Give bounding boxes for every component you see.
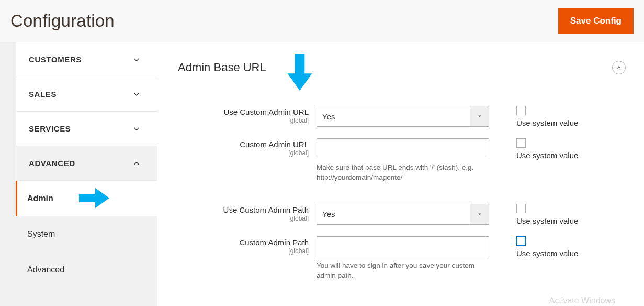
select-value: Yes bbox=[322, 210, 335, 218]
sidebar-group-sales[interactable]: SALES bbox=[16, 77, 157, 112]
use-system-value-label: Use system value bbox=[516, 216, 578, 225]
label-text: Custom Admin Path bbox=[239, 238, 309, 247]
field-control: Yes bbox=[317, 204, 489, 225]
dropdown-arrow-icon bbox=[470, 204, 489, 224]
field-control: Make sure that base URL ends with '/' (s… bbox=[317, 138, 489, 183]
sidebar-group-customers[interactable]: CUSTOMERS bbox=[16, 42, 157, 77]
chevron-down-icon bbox=[132, 90, 141, 99]
field-control: Yes bbox=[317, 106, 489, 127]
use-system-value-checkbox[interactable] bbox=[516, 138, 526, 148]
field-label: Custom Admin URL [global] bbox=[178, 138, 317, 157]
field-label: Use Custom Admin URL [global] bbox=[178, 106, 317, 124]
sidebar-group-services[interactable]: SERVICES bbox=[16, 112, 157, 146]
select-value: Yes bbox=[322, 112, 335, 121]
sidebar-item-advanced[interactable]: Advanced bbox=[16, 252, 157, 288]
sidebar-item-label: Advanced bbox=[27, 265, 64, 275]
field-row-custom-admin-path: Custom Admin Path [global] You will have… bbox=[178, 236, 626, 281]
use-system-value-group: Use system value bbox=[489, 106, 578, 128]
sidebar-group-label: SALES bbox=[29, 90, 57, 99]
sidebar: CUSTOMERS SALES SERVICES ADVANCED Admin bbox=[0, 42, 157, 306]
custom-admin-url-input[interactable] bbox=[317, 138, 489, 159]
field-row-use-custom-admin-url: Use Custom Admin URL [global] Yes Use sy… bbox=[178, 106, 626, 128]
use-system-value-checkbox[interactable] bbox=[516, 236, 526, 246]
save-config-button[interactable]: Save Config bbox=[558, 8, 634, 34]
annotation-arrow-down-icon bbox=[285, 54, 314, 91]
sidebar-group-label: CUSTOMERS bbox=[29, 55, 82, 64]
field-label: Custom Admin Path [global] bbox=[178, 236, 317, 255]
use-system-value-group: Use system value bbox=[489, 204, 578, 226]
sidebar-item-admin[interactable]: Admin bbox=[16, 181, 157, 216]
sidebar-group-label: SERVICES bbox=[29, 124, 71, 133]
scope-text: [global] bbox=[178, 117, 309, 124]
use-custom-admin-url-select[interactable]: Yes bbox=[317, 106, 489, 127]
custom-admin-path-input[interactable] bbox=[317, 236, 489, 257]
scope-text: [global] bbox=[178, 215, 309, 222]
field-control: You will have to sign in after you save … bbox=[317, 236, 489, 281]
dropdown-arrow-icon bbox=[470, 106, 489, 126]
chevron-down-icon bbox=[132, 55, 141, 64]
use-system-value-label: Use system value bbox=[516, 151, 578, 160]
label-text: Custom Admin URL bbox=[240, 140, 309, 149]
sidebar-group-advanced[interactable]: ADVANCED bbox=[16, 146, 157, 181]
main-panel: Admin Base URL Use Custom Admin URL [glo… bbox=[157, 42, 644, 306]
use-system-value-label: Use system value bbox=[516, 118, 578, 127]
use-system-value-group: Use system value bbox=[489, 236, 578, 258]
collapse-toggle-button[interactable] bbox=[612, 61, 626, 74]
use-system-value-label: Use system value bbox=[516, 249, 578, 258]
sidebar-item-label: System bbox=[27, 230, 55, 239]
section-title: Admin Base URL bbox=[178, 61, 266, 74]
use-system-value-checkbox[interactable] bbox=[516, 204, 526, 213]
label-text: Use Custom Admin Path bbox=[223, 205, 309, 214]
label-text: Use Custom Admin URL bbox=[223, 107, 309, 116]
use-custom-admin-path-select[interactable]: Yes bbox=[317, 204, 489, 225]
page-header: Configuration Save Config bbox=[0, 0, 644, 42]
field-row-use-custom-admin-path: Use Custom Admin Path [global] Yes Use s… bbox=[178, 204, 626, 226]
sidebar-item-label: Admin bbox=[27, 194, 53, 203]
chevron-up-icon bbox=[132, 159, 141, 168]
field-hint: You will have to sign in after you save … bbox=[317, 261, 484, 281]
sidebar-item-system[interactable]: System bbox=[16, 216, 157, 252]
sidebar-group-label: ADVANCED bbox=[29, 159, 75, 168]
section-header[interactable]: Admin Base URL bbox=[178, 61, 626, 74]
annotation-arrow-right-icon bbox=[79, 187, 109, 209]
field-row-custom-admin-url: Custom Admin URL [global] Make sure that… bbox=[178, 138, 626, 183]
page-title: Configuration bbox=[10, 11, 115, 31]
scope-text: [global] bbox=[178, 149, 309, 157]
layout: CUSTOMERS SALES SERVICES ADVANCED Admin bbox=[0, 42, 644, 306]
field-label: Use Custom Admin Path [global] bbox=[178, 204, 317, 222]
field-hint: Make sure that base URL ends with '/' (s… bbox=[317, 163, 484, 183]
scope-text: [global] bbox=[178, 247, 309, 255]
use-system-value-group: Use system value bbox=[489, 138, 578, 160]
chevron-down-icon bbox=[132, 124, 141, 134]
use-system-value-checkbox[interactable] bbox=[516, 106, 526, 115]
